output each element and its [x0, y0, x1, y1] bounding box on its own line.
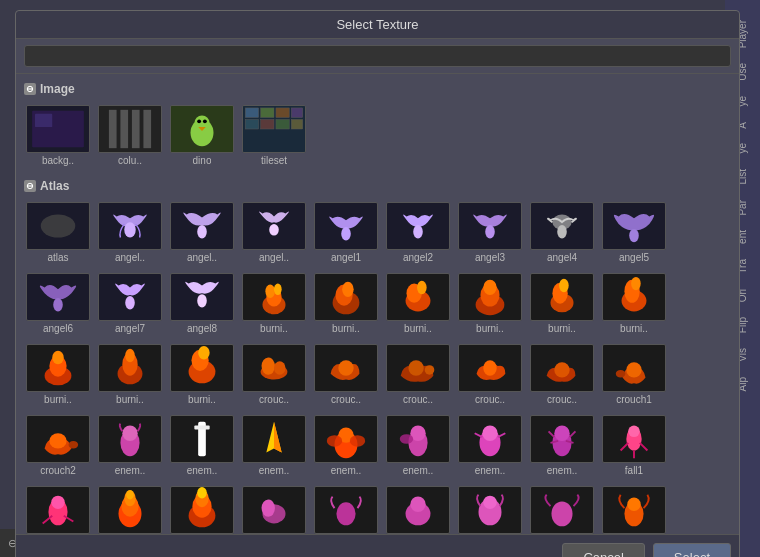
- texture-item-enem-6[interactable]: enem..: [456, 412, 524, 479]
- texture-thumb-angel2: [386, 202, 450, 250]
- texture-thumb-burni-9: [170, 344, 234, 392]
- texture-item-crouc-3[interactable]: crouc..: [384, 341, 452, 408]
- texture-item-crouc-2[interactable]: crouc..: [312, 341, 380, 408]
- svg-rect-80: [194, 426, 209, 430]
- texture-item-atlas[interactable]: atlas: [24, 199, 92, 266]
- texture-item-burni-6[interactable]: burni..: [600, 270, 668, 337]
- texture-item-row5-4[interactable]: enem..: [456, 483, 524, 534]
- svg-point-113: [551, 501, 572, 526]
- svg-point-93: [554, 426, 569, 441]
- texture-label-crouc-5: crouc..: [547, 394, 577, 405]
- texture-item-burni-3[interactable]: burni..: [384, 270, 452, 337]
- texture-item-enem-7[interactable]: enem..: [528, 412, 596, 479]
- texture-thumb-enem-1: [98, 415, 162, 463]
- texture-label-crouc-4: crouc..: [475, 394, 505, 405]
- texture-label-angel8: angel8: [187, 323, 217, 334]
- texture-label-enem-7: enem..: [547, 465, 578, 476]
- texture-item-fire1[interactable]: fire1: [96, 483, 164, 534]
- texture-item-crouc-5[interactable]: crouc..: [528, 341, 596, 408]
- texture-thumb-burni-8: [98, 344, 162, 392]
- texture-label-crouc-2: crouc..: [331, 394, 361, 405]
- texture-item-angel8[interactable]: angel8: [168, 270, 236, 337]
- texture-item-backg[interactable]: backg..: [24, 102, 92, 169]
- svg-point-27: [269, 224, 279, 236]
- texture-item-angel-1[interactable]: angel..: [96, 199, 164, 266]
- texture-thumb-angel1: [314, 202, 378, 250]
- texture-item-burni-5[interactable]: burni..: [528, 270, 596, 337]
- texture-item-enem-5[interactable]: enem..: [384, 412, 452, 479]
- texture-item-angel5[interactable]: angel5: [600, 199, 668, 266]
- search-bar: [16, 39, 739, 74]
- texture-label-burni-2: burni..: [332, 323, 360, 334]
- texture-item-enem-3[interactable]: enem..: [240, 412, 308, 479]
- texture-item-enem-1[interactable]: enem..: [96, 412, 164, 479]
- texture-item-row5-6[interactable]: enem..: [600, 483, 668, 534]
- texture-thumb-backg: [26, 105, 90, 153]
- texture-item-burni-8[interactable]: burni..: [96, 341, 164, 408]
- texture-item-angel1[interactable]: angel1: [312, 199, 380, 266]
- texture-label-colu: colu..: [118, 155, 142, 166]
- texture-item-crouch1[interactable]: crouch1: [600, 341, 668, 408]
- texture-label-burni-3: burni..: [404, 323, 432, 334]
- texture-item-crouc-4[interactable]: crouc..: [456, 341, 524, 408]
- texture-item-crouc-1[interactable]: crouc..: [240, 341, 308, 408]
- texture-label-crouch1: crouch1: [616, 394, 652, 405]
- texture-thumb-dino: [170, 105, 234, 153]
- texture-item-angel-3[interactable]: angel..: [240, 199, 308, 266]
- texture-label-angel1: angel1: [331, 252, 361, 263]
- texture-thumb-crouc-3: [386, 344, 450, 392]
- svg-rect-15: [245, 108, 258, 118]
- texture-item-burni-1[interactable]: burni..: [240, 270, 308, 337]
- texture-item-colu[interactable]: colu..: [96, 102, 164, 169]
- texture-thumb-burni-6: [602, 273, 666, 321]
- texture-item-fall2[interactable]: fall2: [24, 483, 92, 534]
- texture-item-row5-5[interactable]: enem..: [528, 483, 596, 534]
- texture-label-fall1: fall1: [625, 465, 643, 476]
- svg-rect-17: [276, 108, 289, 118]
- texture-thumb-angel4: [530, 202, 594, 250]
- select-button[interactable]: Select: [653, 543, 731, 557]
- texture-thumb-burni-4: [458, 273, 522, 321]
- texture-item-fall1[interactable]: fall1: [600, 412, 668, 479]
- svg-point-75: [49, 433, 66, 448]
- texture-item-enem-2[interactable]: enem..: [168, 412, 236, 479]
- texture-item-row5-1[interactable]: enem..: [240, 483, 308, 534]
- texture-label-enem-5: enem..: [403, 465, 434, 476]
- texture-item-tileset[interactable]: tileset: [240, 102, 308, 169]
- texture-item-row5-2[interactable]: enem..: [312, 483, 380, 534]
- texture-label-angel-3: angel..: [259, 252, 289, 263]
- texture-label-angel5: angel5: [619, 252, 649, 263]
- texture-item-dino[interactable]: dino: [168, 102, 236, 169]
- texture-item-burni-7[interactable]: burni..: [24, 341, 92, 408]
- svg-point-35: [125, 296, 135, 309]
- cancel-button[interactable]: Cancel: [562, 543, 644, 557]
- texture-label-crouc-1: crouc..: [259, 394, 289, 405]
- svg-point-36: [197, 294, 207, 307]
- texture-item-enem-4[interactable]: enem..: [312, 412, 380, 479]
- search-input[interactable]: [24, 45, 731, 67]
- texture-item-crouch2[interactable]: crouch2: [24, 412, 92, 479]
- svg-point-49: [483, 280, 496, 295]
- texture-item-angel3[interactable]: angel3: [456, 199, 524, 266]
- texture-item-angel4[interactable]: angel4: [528, 199, 596, 266]
- svg-point-40: [274, 284, 282, 296]
- texture-item-fire10[interactable]: fire10: [168, 483, 236, 534]
- texture-item-burni-4[interactable]: burni..: [456, 270, 524, 337]
- texture-item-angel6[interactable]: angel6: [24, 270, 92, 337]
- texture-item-burni-2[interactable]: burni..: [312, 270, 380, 337]
- texture-item-burni-9[interactable]: burni..: [168, 341, 236, 408]
- texture-item-angel2[interactable]: angel2: [384, 199, 452, 266]
- texture-label-backg: backg..: [42, 155, 74, 166]
- texture-item-angel-2[interactable]: angel..: [168, 199, 236, 266]
- svg-point-29: [413, 225, 423, 238]
- texture-item-row5-3[interactable]: enem..: [384, 483, 452, 534]
- texture-label-angel7: angel7: [115, 323, 145, 334]
- atlas-collapse-icon[interactable]: ⊖: [24, 180, 36, 192]
- svg-marker-82: [274, 422, 282, 453]
- texture-label-burni-5: burni..: [548, 323, 576, 334]
- texture-item-angel7[interactable]: angel7: [96, 270, 164, 337]
- texture-label-enem-6: enem..: [475, 465, 506, 476]
- image-collapse-icon[interactable]: ⊖: [24, 83, 36, 95]
- svg-point-11: [197, 119, 201, 123]
- svg-point-52: [559, 279, 569, 292]
